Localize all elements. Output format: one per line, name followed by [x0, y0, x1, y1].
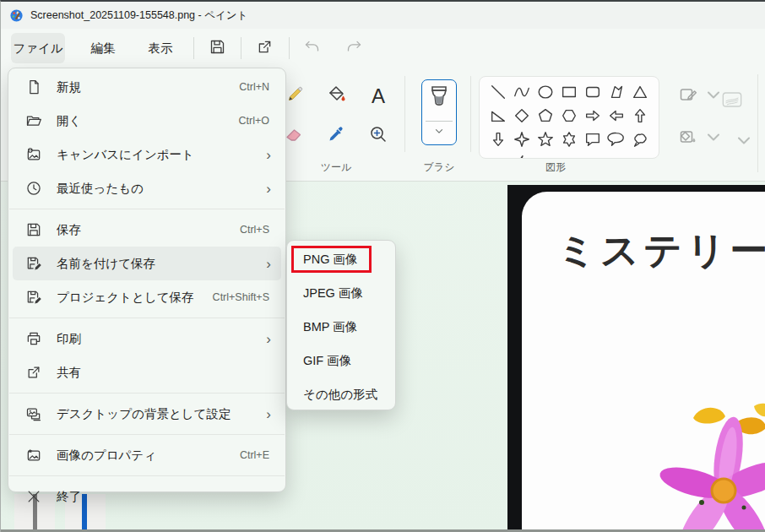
- submenu-item-gif[interactable]: GIF 画像: [290, 344, 392, 377]
- shapes-panel: [479, 76, 659, 159]
- shape-pentagon-icon[interactable]: [534, 104, 557, 128]
- menu-item-image-properties[interactable]: 画像のプロパティ Ctrl+E: [13, 438, 281, 472]
- menu-item-save-as-project[interactable]: プロジェクトとして保存 Ctrl+Shift+S: [13, 280, 281, 314]
- shape-arrow-up-icon[interactable]: [628, 104, 652, 128]
- shape-curve-icon[interactable]: [510, 80, 534, 104]
- shape-arrow-down-icon[interactable]: [486, 128, 510, 151]
- menu-item-set-desktop-background[interactable]: デスクトップの背景として設定 ›: [13, 397, 281, 431]
- shape-star-6-icon[interactable]: [557, 128, 581, 151]
- shape-right-triangle-icon[interactable]: [486, 104, 510, 128]
- menu-item-recent[interactable]: 最近使ったもの ›: [13, 171, 281, 205]
- menu-separator: [9, 475, 285, 476]
- toolbar-separator: [470, 76, 471, 152]
- redo-button[interactable]: [340, 35, 367, 62]
- canvas[interactable]: ミステリー: [507, 185, 765, 531]
- texture-button[interactable]: [722, 90, 742, 110]
- shape-triangle-icon[interactable]: [628, 80, 652, 104]
- menu-separator: [9, 434, 285, 435]
- texture-icon: [722, 90, 742, 110]
- shapes-grid: [486, 80, 652, 159]
- undo-button[interactable]: [298, 35, 325, 62]
- submenu-item-jpeg[interactable]: JPEG 画像: [290, 276, 392, 310]
- save-button[interactable]: [203, 35, 231, 62]
- menu-item-save[interactable]: 保存 Ctrl+S: [13, 213, 281, 247]
- text-tool-button[interactable]: A: [366, 84, 391, 109]
- toolbar-separator: [757, 74, 758, 172]
- menu-item-import-canvas[interactable]: キャンバスにインポート ›: [13, 138, 281, 171]
- shapes-section-label: 図形: [545, 160, 566, 175]
- shape-rectangle-icon[interactable]: [557, 80, 581, 104]
- menu-item-label: デスクトップの背景として設定: [57, 406, 266, 422]
- shape-line-icon[interactable]: [486, 80, 510, 104]
- share-button[interactable]: [251, 35, 278, 62]
- new-file-icon: [24, 78, 43, 96]
- menu-item-print[interactable]: 印刷 ›: [13, 322, 281, 356]
- save-icon: [24, 220, 43, 239]
- submenu-arrow-icon: ›: [266, 257, 271, 271]
- menu-item-shortcut: Ctrl+Shift+S: [213, 291, 269, 303]
- chevron-down-icon: [703, 84, 724, 108]
- share-icon: [24, 363, 43, 382]
- menu-file-button[interactable]: ファイル: [11, 33, 65, 63]
- submenu-arrow-icon: ›: [266, 332, 271, 346]
- file-menu-dropdown: 新規 Ctrl+N 開く Ctrl+O キャンバスにインポート › 最近使ったも…: [8, 68, 286, 492]
- menu-item-shortcut: Ctrl+E: [240, 449, 269, 461]
- shape-lightning-icon[interactable]: [510, 151, 534, 159]
- eyedropper-tool-button[interactable]: [323, 123, 349, 149]
- menu-item-save-as[interactable]: 名前を付けて保存 ›: [13, 247, 281, 280]
- shape-heart-icon[interactable]: [486, 151, 510, 159]
- fill-tool-icon: [327, 84, 347, 108]
- shape-star-5-icon[interactable]: [534, 128, 557, 151]
- submenu-item-other[interactable]: その他の形式: [290, 377, 392, 411]
- submenu-item-bmp[interactable]: BMP 画像: [290, 310, 392, 344]
- shape-hexagon-icon[interactable]: [557, 104, 581, 128]
- chevron-down-icon[interactable]: [422, 125, 456, 137]
- save-as-submenu: PNG 画像 JPEG 画像 BMP 画像 GIF 画像 その他の形式: [286, 240, 396, 410]
- shape-arrow-right-icon[interactable]: [581, 104, 605, 128]
- shape-arrow-left-icon[interactable]: [605, 104, 628, 128]
- menu-item-label: 新規: [57, 79, 239, 95]
- shape-polygon-icon[interactable]: [605, 80, 628, 104]
- brush-button[interactable]: [421, 79, 457, 145]
- eraser-tool-icon: [284, 124, 304, 148]
- chevron-down-icon: [734, 130, 754, 154]
- pencil-tool-icon: [285, 84, 305, 108]
- menubar-separator: [289, 37, 290, 59]
- submenu-item-png[interactable]: PNG 画像: [290, 242, 392, 276]
- menubar-separator: [193, 37, 194, 59]
- menu-item-shortcut: Ctrl+O: [239, 115, 269, 127]
- recent-clock-icon: [24, 179, 43, 198]
- magnifier-tool-button[interactable]: [366, 123, 391, 149]
- menu-item-label: 開く: [57, 113, 239, 129]
- shape-fill-button[interactable]: [678, 127, 724, 150]
- shape-outline-button[interactable]: [678, 84, 724, 108]
- brush-section-label: ブラシ: [424, 160, 455, 175]
- menu-item-label: 終了: [57, 489, 281, 505]
- menu-item-label: 印刷: [57, 331, 266, 347]
- shape-callout-oval-icon[interactable]: [605, 128, 628, 151]
- menu-view-button[interactable]: 表示: [139, 33, 182, 63]
- printer-icon: [24, 329, 43, 348]
- menu-item-share[interactable]: 共有: [13, 356, 281, 389]
- shape-diamond-icon[interactable]: [510, 104, 534, 128]
- shape-callout-cloud-icon[interactable]: [628, 128, 652, 151]
- shape-callout-rect-icon[interactable]: [581, 128, 605, 151]
- shape-rounded-rectangle-icon[interactable]: [581, 80, 605, 104]
- shape-oval-icon[interactable]: [534, 80, 557, 104]
- magnifier-tool-icon: [368, 124, 388, 148]
- menu-item-open[interactable]: 開く Ctrl+O: [13, 104, 281, 138]
- eyedropper-tool-icon: [326, 124, 346, 148]
- menu-edit-button[interactable]: 編集: [82, 33, 124, 63]
- brush-button-divider: [426, 121, 453, 122]
- menu-item-new[interactable]: 新規 Ctrl+N: [13, 70, 281, 104]
- menu-row: ファイル 編集 表示: [1, 29, 765, 68]
- save-as-icon: [24, 254, 43, 273]
- menu-item-exit[interactable]: 終了: [13, 480, 281, 513]
- share-icon: [256, 38, 274, 59]
- texture-dropdown[interactable]: [734, 130, 754, 154]
- submenu-arrow-icon: ›: [266, 407, 271, 421]
- shape-star-4-icon[interactable]: [510, 128, 534, 151]
- fill-tool-button[interactable]: [324, 84, 350, 109]
- flower-image: [589, 379, 765, 531]
- redo-icon: [345, 38, 363, 59]
